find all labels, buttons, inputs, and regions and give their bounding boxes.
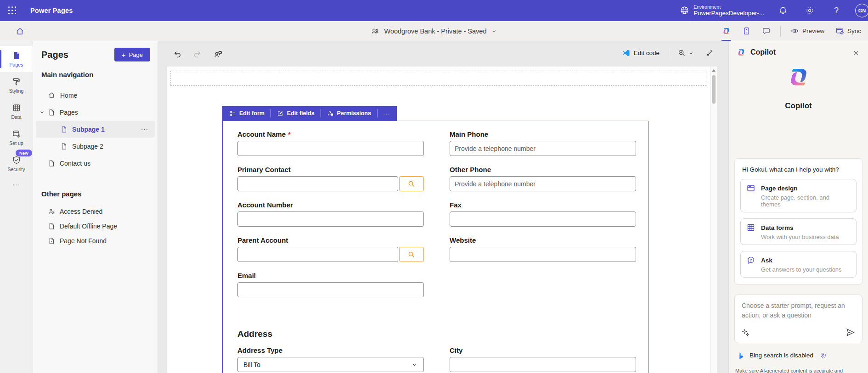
account-name-input[interactable]	[237, 141, 424, 156]
redo-button[interactable]	[191, 48, 204, 61]
person-lock-icon	[327, 110, 334, 117]
rail-item-data[interactable]: Data	[0, 98, 33, 124]
page-icon	[60, 126, 68, 133]
parent-account-input[interactable]	[237, 247, 398, 262]
close-icon[interactable]	[850, 47, 862, 60]
fax-input[interactable]	[450, 212, 636, 227]
bing-settings-gear-icon[interactable]	[819, 351, 827, 359]
field-parent-account: Parent Account	[237, 236, 424, 262]
plus-icon: +	[122, 51, 126, 59]
tree-item-subpage1[interactable]: Subpage 1 ···	[36, 121, 155, 138]
bing-status-row: Bing search is disabled	[737, 351, 827, 359]
eye-icon	[790, 27, 799, 35]
lookup-search-button[interactable]	[399, 247, 424, 262]
field-fax: Fax	[450, 201, 636, 227]
basic-form[interactable]: Account Name* Primary Contact	[222, 121, 648, 373]
scroll-up-arrow[interactable]	[712, 69, 716, 72]
field-address-type: Address Type Bill To	[237, 346, 424, 372]
canvas-scrollbar[interactable]	[710, 67, 717, 373]
copilot-toggle-button[interactable]	[717, 21, 735, 41]
edit-code-button[interactable]: Edit code	[620, 47, 662, 59]
main-phone-input[interactable]	[450, 141, 636, 156]
rail-item-setup[interactable]: Set up	[0, 124, 33, 150]
main-navigation-heading: Main navigation	[33, 71, 158, 78]
website-input[interactable]	[450, 247, 636, 262]
tree-item-access-denied[interactable]: Access Denied	[36, 204, 155, 219]
page-tree: Home Pages Subpage 1 ···	[33, 87, 158, 172]
scrollbar-thumb[interactable]	[712, 75, 716, 104]
form-toolbar-more-button[interactable]: ···	[378, 110, 396, 117]
tree-item-home[interactable]: Home	[36, 87, 155, 104]
tree-item-subpage2[interactable]: Subpage 2	[36, 138, 155, 155]
zoom-in-icon	[677, 49, 686, 57]
chevron-down-icon	[688, 50, 694, 56]
undo-button[interactable]	[171, 48, 184, 61]
lookup-search-button[interactable]	[399, 176, 424, 191]
svg-text:?: ?	[750, 258, 752, 262]
address-type-select[interactable]: Bill To	[237, 357, 424, 372]
bing-notice-text: Bing search is disabled	[750, 352, 813, 359]
field-account-name: Account Name*	[237, 130, 424, 156]
rail-item-styling[interactable]: Styling	[0, 72, 33, 98]
empty-section-placeholder[interactable]	[170, 71, 706, 86]
copilot-icon	[721, 26, 731, 36]
prompt-card-page-design[interactable]: Page design Create page, section, and th…	[740, 179, 857, 212]
settings-button[interactable]	[802, 3, 817, 18]
city-input[interactable]	[450, 357, 636, 372]
vscode-icon	[622, 49, 630, 57]
tree-item-contact-us[interactable]: Contact us	[36, 155, 155, 172]
field-pencil-icon	[277, 110, 284, 117]
environment-picker[interactable]: Environment PowerPagesDeveloper-...	[680, 4, 764, 17]
email-input[interactable]	[237, 282, 424, 297]
more-actions-button[interactable]: ···	[141, 126, 148, 133]
avatar[interactable]: GN	[855, 4, 868, 17]
app-title: Power Pages	[30, 7, 73, 14]
other-pages-heading: Other pages	[33, 190, 158, 198]
shield-check-icon	[12, 156, 21, 165]
zoom-button[interactable]	[676, 47, 696, 59]
field-label: Account Number	[237, 201, 424, 209]
home-button[interactable]	[12, 24, 28, 39]
design-canvas: Edit code	[158, 41, 728, 373]
prompt-card-ask[interactable]: ? Ask Get answers to your questions	[740, 251, 857, 278]
tree-item-default-offline[interactable]: Default Offline Page	[36, 219, 155, 234]
comment-person-icon[interactable]	[211, 48, 224, 61]
tree-item-pages[interactable]: Pages	[36, 104, 155, 121]
left-rail: Pages Styling Data Set up New Security	[0, 41, 33, 373]
field-label: Address Type	[237, 346, 424, 354]
send-icon[interactable]	[845, 327, 856, 338]
field-label: Other Phone	[450, 166, 636, 173]
sync-button[interactable]: Sync	[831, 21, 865, 41]
preview-button[interactable]: Preview	[786, 21, 829, 41]
field-other-phone: Other Phone	[450, 166, 636, 191]
prompt-card-data-forms[interactable]: Data forms Work with your business data	[740, 218, 857, 245]
tree-item-page-not-found[interactable]: Page Not Found	[36, 234, 155, 248]
fullscreen-expand-icon[interactable]	[704, 47, 716, 59]
other-phone-input[interactable]	[450, 176, 636, 191]
copilot-prompt-input[interactable]: Choose a starter prompt, request an acti…	[734, 295, 862, 343]
rail-item-pages[interactable]: Pages	[0, 46, 33, 72]
chevron-down-icon[interactable]	[39, 109, 45, 115]
copilot-panel: Copilot Copilot Hi Gokul, what can I hel…	[728, 41, 868, 373]
account-number-input[interactable]	[237, 212, 424, 227]
web-page-canvas[interactable]: Edit form Edit fields Permissions	[167, 67, 710, 373]
notifications-button[interactable]	[775, 3, 791, 18]
rail-more-button[interactable]: ···	[0, 180, 33, 188]
sparkle-prompts-icon[interactable]	[741, 328, 751, 338]
add-page-button[interactable]: + Page	[114, 48, 150, 61]
primary-contact-input[interactable]	[237, 176, 398, 191]
ai-disclaimer: Make sure AI-generated content is accura…	[735, 367, 864, 373]
permissions-button[interactable]: Permissions	[321, 106, 377, 121]
edit-fields-button[interactable]: Edit fields	[271, 106, 321, 121]
field-label: Fax	[450, 201, 636, 209]
comments-button[interactable]	[758, 21, 775, 41]
edit-form-button[interactable]: Edit form	[223, 106, 271, 121]
grid-icon	[746, 223, 755, 232]
device-preview-button[interactable]	[738, 21, 755, 41]
waffle-menu-icon[interactable]	[5, 3, 20, 18]
rail-item-security[interactable]: New Security	[0, 150, 33, 177]
help-button[interactable]: ?	[829, 3, 844, 18]
copilot-logo	[785, 64, 812, 90]
new-badge: New	[16, 150, 32, 156]
site-switcher[interactable]: Woodgrove Bank - Private - Saved	[371, 27, 498, 36]
